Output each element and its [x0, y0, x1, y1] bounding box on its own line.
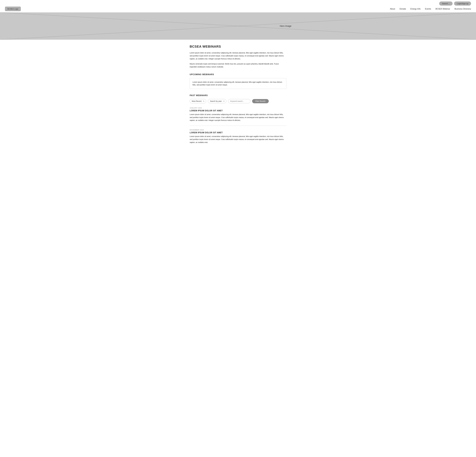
past-title: PAST WEBINARS	[190, 94, 286, 97]
year-select[interactable]: Search by year 2020 2019 2018 2017	[208, 99, 226, 103]
upcoming-section: UPCOMING WEBINARS Lorem ipsum dolor sit …	[190, 73, 286, 89]
logo: BCSEA Logo	[5, 7, 21, 11]
keyword-search-input[interactable]	[228, 99, 250, 103]
main-nav: About Donate Energy Info Events BCSEA We…	[390, 8, 471, 10]
upcoming-box: Lorem ipsum dolor sit amet, consectetur …	[190, 78, 286, 89]
webinar-item: JANUARY 2020 LOREM IPSUM DOLOR SIT AMET …	[190, 107, 286, 122]
sort-select-wrapper: Most Recent Oldest First	[190, 99, 206, 103]
past-section: PAST WEBINARS Most Recent Oldest First S…	[190, 94, 286, 144]
webinar-list: JANUARY 2020 LOREM IPSUM DOLOR SIT AMET …	[190, 107, 286, 144]
top-bar: Search.... Login/Sign-up	[0, 0, 476, 7]
filter-results-button[interactable]: Filter Results	[252, 99, 269, 103]
nav-events[interactable]: Events	[425, 8, 431, 10]
intro-para-1: Lorem ipsum dolor sit amet, consectetur …	[190, 52, 286, 60]
header: BCSEA Logo About Donate Energy Info Even…	[0, 7, 476, 12]
hero-label: Hero Image	[280, 25, 291, 27]
nav-business-directory[interactable]: Business Directory	[455, 8, 471, 10]
hero-image: Hero Image	[0, 12, 476, 40]
upcoming-title: UPCOMING WEBINARS	[190, 73, 286, 76]
upcoming-box-text: Lorem ipsum dolor sit amet, consectetur …	[193, 81, 282, 86]
main-content: BCSEA WEBINARS Lorem ipsum dolor sit ame…	[187, 40, 289, 151]
webinar-title: LOREM IPSUM DOLOR SIT AMET	[190, 131, 286, 134]
hero-placeholder-x	[0, 12, 476, 40]
nav-energy-info[interactable]: Energy Info	[410, 8, 421, 10]
page-title: BCSEA WEBINARS	[190, 45, 286, 49]
webinar-date: JANUARY 2020	[190, 107, 286, 109]
webinar-title: LOREM IPSUM DOLOR SIT AMET	[190, 110, 286, 112]
webinar-desc: Lorem ipsum dolor sit amet, consectetur …	[190, 135, 286, 144]
webinar-item: NOVEMBER 2019 LOREM IPSUM DOLOR SIT AMET…	[190, 129, 286, 144]
webinar-date: NOVEMBER 2019	[190, 129, 286, 131]
nav-donate[interactable]: Donate	[400, 8, 406, 10]
sort-select[interactable]: Most Recent Oldest First	[190, 99, 206, 103]
intro-para-2: Mauris venenatis turpis sed tempus euism…	[190, 62, 286, 69]
year-select-wrapper: Search by year 2020 2019 2018 2017	[208, 99, 226, 103]
search-button[interactable]: Search....	[439, 1, 453, 6]
nav-about[interactable]: About	[390, 8, 395, 10]
webinar-desc: Lorem ipsum dolor sit amet, consectetur …	[190, 113, 286, 122]
login-signup-button[interactable]: Login/Sign-up	[454, 1, 471, 6]
filter-row: Most Recent Oldest First Search by year …	[190, 99, 286, 103]
nav-bcsea-webinar[interactable]: BCSEA Webinar	[436, 8, 450, 10]
